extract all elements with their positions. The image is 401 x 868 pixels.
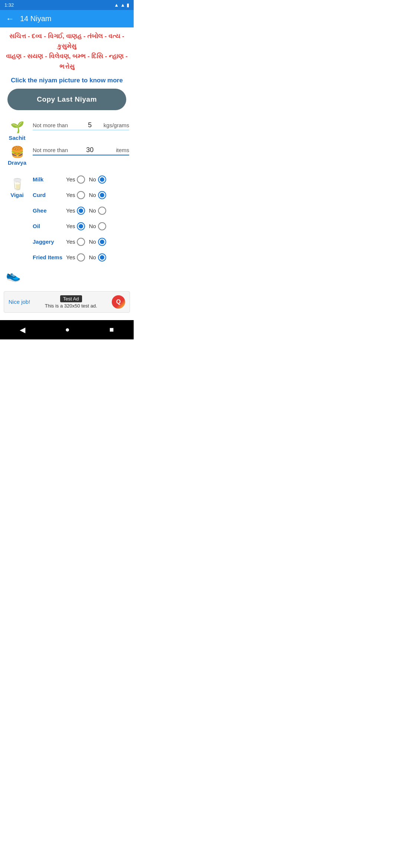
fried-yes-label: Yes	[66, 254, 75, 260]
ghee-yes-option[interactable]: Yes	[66, 207, 85, 215]
ghee-row: Ghee Yes No	[33, 201, 129, 217]
fried-no-option[interactable]: No	[89, 253, 106, 262]
status-icons: ▲ ▲ ▮	[114, 2, 129, 8]
gujarati-line1: સચિત્ત - દવ્વ - વિગઈ, વાણહ - તંબોલ - વત્…	[4, 31, 130, 51]
jaggery-label: Jaggery	[33, 239, 66, 245]
milk-yes-option[interactable]: Yes	[66, 175, 85, 184]
status-bar: 1:32 ▲ ▲ ▮	[0, 0, 134, 10]
ad-banner: Nice job! Test Ad This is a 320x50 test …	[4, 291, 130, 313]
oil-yes-option[interactable]: Yes	[66, 222, 85, 230]
dravya-icon: 🍔	[10, 145, 24, 159]
vigai-label: Vigai	[10, 192, 24, 198]
back-button[interactable]: ←	[6, 15, 14, 23]
sachit-label: Sachit	[9, 135, 25, 141]
ghee-no-radio[interactable]	[98, 207, 106, 215]
jaggery-no-label: No	[89, 239, 96, 245]
sachit-input-label: Not more than	[33, 122, 80, 128]
walk-icon: 👟	[6, 269, 21, 282]
sachit-icon: 🌱	[10, 121, 24, 134]
fried-no-radio[interactable]	[98, 253, 106, 262]
curd-yes-label: Yes	[66, 192, 75, 198]
curd-no-option[interactable]: No	[89, 191, 106, 199]
sachit-input-row: Not more than 5 kgs/grams	[33, 121, 129, 130]
dravya-label: Dravya	[8, 160, 26, 166]
oil-yes-label: Yes	[66, 223, 75, 229]
milk-yes-label: Yes	[66, 176, 75, 183]
gujarati-header: સચિત્ત - દવ્વ - વિગઈ, વાણહ - તંબોલ - વત્…	[0, 27, 134, 73]
jaggery-yes-label: Yes	[66, 239, 75, 245]
battery-icon: ▮	[127, 2, 129, 8]
main-content: સચિત્ત - દવ્વ - વિગઈ, વાણહ - તંબોલ - વત્…	[0, 27, 134, 317]
copy-last-niyam-button[interactable]: Copy Last Niyam	[7, 89, 126, 110]
sachit-fields: Not more than 5 kgs/grams	[33, 121, 129, 132]
ghee-label: Ghee	[33, 207, 66, 214]
sachit-section: 🌱 Sachit Not more than 5 kgs/grams	[0, 118, 134, 142]
fried-yes-option[interactable]: Yes	[66, 253, 85, 262]
copy-btn-container: Copy Last Niyam	[0, 89, 134, 118]
nav-recents-button[interactable]: ■	[100, 324, 123, 335]
vigai-row: 🥛 Vigai Milk Yes No	[4, 167, 129, 265]
vigai-icon: 🥛	[10, 178, 24, 191]
dravya-input-unit: items	[100, 147, 129, 153]
status-time: 1:32	[4, 2, 14, 8]
sachit-icon-label: 🌱 Sachit	[4, 121, 30, 141]
wifi-icon: ▲	[114, 2, 119, 8]
fried-yes-radio[interactable]	[77, 253, 85, 262]
milk-no-option[interactable]: No	[89, 175, 106, 184]
instruction-text: Click the niyam picture to know more	[0, 73, 134, 89]
ghee-no-option[interactable]: No	[89, 207, 106, 215]
oil-label: Oil	[33, 223, 66, 229]
signal-icon: ▲	[120, 2, 125, 8]
milk-yes-radio[interactable]	[77, 175, 85, 184]
curd-yes-option[interactable]: Yes	[66, 191, 85, 199]
dravya-input-label: Not more than	[33, 147, 80, 153]
sachit-row: 🌱 Sachit Not more than 5 kgs/grams	[4, 118, 129, 142]
curd-yes-radio[interactable]	[77, 191, 85, 199]
oil-yes-radio[interactable]	[77, 222, 85, 230]
dravya-icon-label: 🍔 Dravya	[4, 145, 30, 166]
vigai-icon-label: 🥛 Vigai	[4, 170, 30, 198]
walk-icon-row: 👟	[0, 265, 134, 285]
dravya-input-value[interactable]: 30	[82, 146, 97, 154]
curd-row: Curd Yes No	[33, 186, 129, 201]
dravya-input-row: Not more than 30 items	[33, 145, 129, 155]
ghee-yes-radio[interactable]	[77, 207, 85, 215]
milk-no-radio[interactable]	[98, 175, 106, 184]
fried-items-row: Fried Items Yes No	[33, 248, 129, 264]
ad-sub-text: This is a 320x50 test ad.	[34, 303, 108, 309]
jaggery-row: Jaggery Yes No	[33, 233, 129, 248]
fried-no-label: No	[89, 254, 96, 260]
nav-back-button[interactable]: ◀	[11, 324, 34, 336]
curd-no-label: No	[89, 192, 96, 198]
ad-logo-icon: Q	[112, 295, 125, 309]
vigai-fields: Milk Yes No Curd Yes	[33, 170, 129, 264]
oil-no-option[interactable]: No	[89, 222, 106, 230]
jaggery-yes-radio[interactable]	[77, 238, 85, 246]
ad-test-label: Test Ad	[60, 295, 82, 302]
curd-label: Curd	[33, 192, 66, 198]
oil-row: Oil Yes No	[33, 217, 129, 233]
ghee-yes-label: Yes	[66, 207, 75, 214]
dravya-section: 🍔 Dravya Not more than 30 items	[0, 142, 134, 167]
fried-items-label: Fried Items	[33, 254, 66, 260]
app-bar: ← 14 Niyam	[0, 10, 134, 27]
oil-no-radio[interactable]	[98, 222, 106, 230]
dravya-row: 🍔 Dravya Not more than 30 items	[4, 142, 129, 167]
jaggery-yes-option[interactable]: Yes	[66, 238, 85, 246]
nav-home-button[interactable]: ●	[56, 324, 78, 335]
ghee-no-label: No	[89, 207, 96, 214]
ad-nice-job: Nice job!	[9, 299, 30, 305]
app-bar-title: 14 Niyam	[20, 14, 51, 23]
jaggery-no-radio[interactable]	[98, 238, 106, 246]
nav-bar: ◀ ● ■	[0, 320, 134, 339]
curd-no-radio[interactable]	[98, 191, 106, 199]
milk-no-label: No	[89, 176, 96, 183]
milk-row: Milk Yes No	[33, 170, 129, 186]
sachit-input-unit: kgs/grams	[100, 122, 129, 128]
gujarati-line2: વાહણ - સયણ - વિલેવણ, બમ્ભ - દિસિ - ન્હાણ…	[4, 51, 130, 71]
dravya-fields: Not more than 30 items	[33, 145, 129, 158]
jaggery-no-option[interactable]: No	[89, 238, 106, 246]
oil-no-label: No	[89, 223, 96, 229]
sachit-input-value[interactable]: 5	[82, 121, 97, 129]
milk-label: Milk	[33, 176, 66, 183]
